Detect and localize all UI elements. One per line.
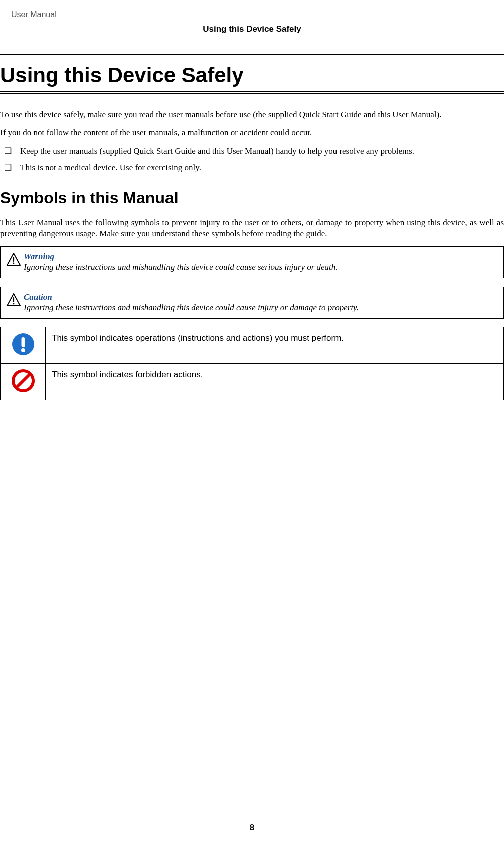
warning-label: Warning	[24, 252, 497, 262]
table-row: This symbol indicates operations (instru…	[1, 327, 504, 364]
bullet-list: Keep the user manuals (supplied Quick St…	[0, 146, 504, 174]
doc-label: User Manual	[11, 10, 504, 19]
intro-paragraph-2: If you do not follow the content of the …	[0, 127, 504, 138]
caution-text: Ignoring these instructions and mishandl…	[24, 303, 359, 312]
symbol-table: This symbol indicates operations (instru…	[0, 327, 504, 400]
title-rule-bottom	[0, 91, 504, 94]
forbidden-text: This symbol indicates forbidden actions.	[46, 364, 504, 400]
section-header: Using this Device Safely	[0, 24, 504, 34]
must-do-icon	[1, 327, 46, 364]
title-rule-top	[0, 54, 504, 57]
must-do-text: This symbol indicates operations (instru…	[46, 327, 504, 364]
caution-label: Caution	[24, 292, 497, 302]
svg-point-2	[13, 263, 15, 264]
warning-triangle-icon	[7, 253, 21, 268]
bullet-item: Keep the user manuals (supplied Quick St…	[0, 146, 504, 157]
forbidden-icon	[1, 364, 46, 400]
bullet-item: This is not a medical device. Use for ex…	[0, 162, 504, 174]
subheading-symbols: Symbols in this Manual	[0, 189, 504, 207]
intro-paragraph-1: To use this device safely, make sure you…	[0, 109, 504, 120]
page-number: 8	[0, 823, 504, 833]
svg-point-5	[13, 303, 15, 305]
page-title: Using this Device Safely	[0, 63, 504, 87]
symbols-intro-paragraph: This User Manual uses the following symb…	[0, 217, 504, 239]
caution-triangle-icon	[7, 293, 21, 308]
table-row: This symbol indicates forbidden actions.	[1, 364, 504, 400]
caution-callout: Caution Ignoring these instructions and …	[0, 287, 504, 319]
svg-point-8	[21, 348, 25, 352]
svg-rect-7	[21, 337, 25, 347]
svg-line-10	[16, 374, 30, 388]
warning-text: Ignoring these instructions and mishandl…	[24, 262, 338, 272]
warning-callout: Warning Ignoring these instructions and …	[0, 246, 504, 278]
